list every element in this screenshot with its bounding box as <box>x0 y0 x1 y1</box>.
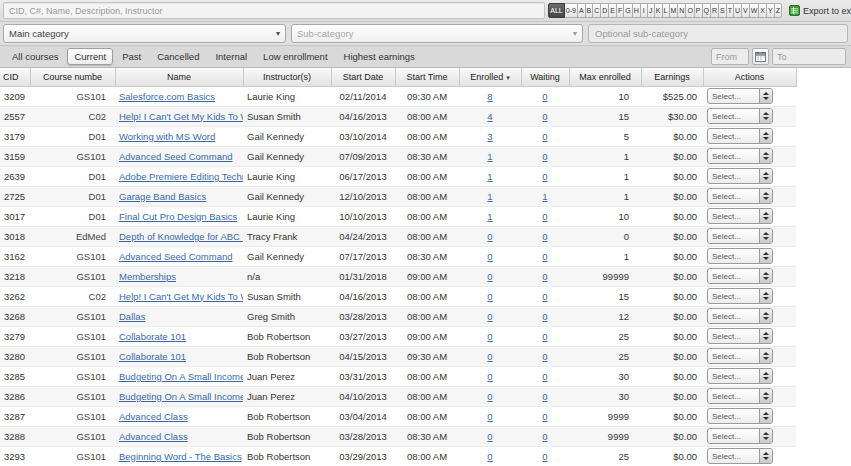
enrolled-count-link[interactable]: 0 <box>487 411 492 422</box>
action-select[interactable]: Select... <box>707 168 773 184</box>
waiting-count-link[interactable]: 0 <box>542 231 547 242</box>
action-select[interactable]: Select... <box>707 108 773 124</box>
course-name-link[interactable]: Beginning Word - The Basics <box>119 451 242 462</box>
course-name-link[interactable]: Working with MS Word <box>119 131 215 142</box>
enrolled-count-link[interactable]: 1 <box>487 191 492 202</box>
waiting-count-link[interactable]: 0 <box>542 331 547 342</box>
enrolled-count-link[interactable]: 1 <box>487 151 492 162</box>
waiting-count-link[interactable]: 0 <box>542 351 547 362</box>
course-name-link[interactable]: Collaborate 101 <box>119 351 186 362</box>
column-header-enrolled[interactable]: Enrolled▾ <box>459 68 521 86</box>
waiting-count-link[interactable]: 0 <box>542 411 547 422</box>
enrolled-count-link[interactable]: 0 <box>487 231 492 242</box>
action-select[interactable]: Select... <box>707 428 773 444</box>
enrolled-count-link[interactable]: 4 <box>487 111 492 122</box>
main-category-select[interactable]: Main category ▾ <box>3 24 286 43</box>
waiting-count-link[interactable]: 0 <box>542 151 547 162</box>
course-name-link[interactable]: Salesforce.com Basics <box>119 91 215 102</box>
action-select[interactable]: Select... <box>707 448 773 464</box>
enrolled-count-link[interactable]: 8 <box>487 91 492 102</box>
column-header-course-number[interactable]: Course numbe <box>30 68 115 86</box>
enrolled-count-link[interactable]: 0 <box>487 331 492 342</box>
waiting-count-link[interactable]: 0 <box>542 291 547 302</box>
tab-past[interactable]: Past <box>115 48 148 65</box>
waiting-count-link[interactable]: 0 <box>542 251 547 262</box>
calendar-icon[interactable] <box>752 48 769 65</box>
enrolled-count-link[interactable]: 0 <box>487 311 492 322</box>
enrolled-count-link[interactable]: 0 <box>487 291 492 302</box>
course-name-link[interactable]: Depth of Knowledge for ABC Company <box>119 231 243 242</box>
tab-all-courses[interactable]: All courses <box>5 48 65 65</box>
course-name-link[interactable]: Advanced Seed Command <box>119 151 233 162</box>
column-header-name[interactable]: Name <box>115 68 243 86</box>
waiting-count-link[interactable]: 0 <box>542 271 547 282</box>
tab-low-enrollment[interactable]: Low enrollment <box>256 48 334 65</box>
enrolled-count-link[interactable]: 1 <box>487 211 492 222</box>
enrolled-count-link[interactable]: 0 <box>487 431 492 442</box>
course-name-link[interactable]: Garage Band Basics <box>119 191 206 202</box>
optional-sub-category-input[interactable] <box>588 24 848 43</box>
action-select[interactable]: Select... <box>707 328 773 344</box>
tab-cancelled[interactable]: Cancelled <box>150 48 206 65</box>
waiting-count-link[interactable]: 0 <box>542 371 547 382</box>
waiting-count-link[interactable]: 0 <box>542 431 547 442</box>
action-select[interactable]: Select... <box>707 188 773 204</box>
waiting-count-link[interactable]: 0 <box>542 91 547 102</box>
enrolled-count-link[interactable]: 0 <box>487 271 492 282</box>
waiting-count-link[interactable]: 0 <box>542 311 547 322</box>
waiting-count-link[interactable]: 0 <box>542 111 547 122</box>
course-name-link[interactable]: Advanced Class <box>119 411 188 422</box>
course-name-link[interactable]: Final Cut Pro Design Basics <box>119 211 237 222</box>
course-name-link[interactable]: Adobe Premiere Editing Techniques <box>119 171 243 182</box>
tab-highest-earnings[interactable]: Highest earnings <box>337 48 422 65</box>
enrolled-count-link[interactable]: 0 <box>487 391 492 402</box>
action-select[interactable]: Select... <box>707 408 773 424</box>
action-select[interactable]: Select... <box>707 288 773 304</box>
column-header-instructors[interactable]: Instructor(s) <box>243 68 331 86</box>
waiting-count-link[interactable]: 0 <box>542 451 547 462</box>
course-name-link[interactable]: Collaborate 101 <box>119 331 186 342</box>
to-date-input[interactable] <box>772 48 846 65</box>
action-select[interactable]: Select... <box>707 388 773 404</box>
search-input[interactable] <box>3 2 545 19</box>
course-name-link[interactable]: Advanced Class <box>119 431 188 442</box>
action-select[interactable]: Select... <box>707 368 773 384</box>
from-date-input[interactable] <box>711 48 749 65</box>
export-button[interactable]: Export to ex <box>785 5 851 16</box>
course-name-link[interactable]: Memberships <box>119 271 176 282</box>
enrolled-count-link[interactable]: 0 <box>487 371 492 382</box>
waiting-count-link[interactable]: 0 <box>542 131 547 142</box>
course-name-link[interactable]: Budgeting On A Small Income <box>119 371 243 382</box>
action-select[interactable]: Select... <box>707 208 773 224</box>
action-select[interactable]: Select... <box>707 348 773 364</box>
enrolled-count-link[interactable]: 0 <box>487 351 492 362</box>
column-header-max-enrolled[interactable]: Max enrolled <box>569 68 641 86</box>
action-select[interactable]: Select... <box>707 228 773 244</box>
enrolled-count-link[interactable]: 0 <box>487 451 492 462</box>
course-name-link[interactable]: Help! I Can't Get My Kids To Write! <box>119 111 243 122</box>
action-select[interactable]: Select... <box>707 88 773 104</box>
column-header-waiting[interactable]: Waiting <box>521 68 569 86</box>
column-header-start-date[interactable]: Start Date <box>331 68 395 86</box>
column-header-start-time[interactable]: Start Time <box>395 68 459 86</box>
course-name-link[interactable]: Advanced Seed Command <box>119 251 233 262</box>
alpha-filter-0-9[interactable]: 0-9 <box>564 3 578 18</box>
sub-category-select[interactable]: Sub-category ▾ <box>291 24 583 43</box>
action-select[interactable]: Select... <box>707 148 773 164</box>
tab-internal[interactable]: Internal <box>208 48 254 65</box>
enrolled-count-link[interactable]: 3 <box>487 131 492 142</box>
course-name-link[interactable]: Dallas <box>119 311 145 322</box>
column-header-earnings[interactable]: Earnings <box>641 68 703 86</box>
action-select[interactable]: Select... <box>707 128 773 144</box>
tab-current[interactable]: Current <box>67 48 113 65</box>
enrolled-count-link[interactable]: 1 <box>487 171 492 182</box>
course-name-link[interactable]: Help! I Can't Get My Kids To Write! <box>119 291 243 302</box>
enrolled-count-link[interactable]: 0 <box>487 251 492 262</box>
waiting-count-link[interactable]: 1 <box>542 191 547 202</box>
waiting-count-link[interactable]: 0 <box>542 171 547 182</box>
column-header-cid[interactable]: CID <box>0 68 30 86</box>
action-select[interactable]: Select... <box>707 308 773 324</box>
course-name-link[interactable]: Budgeting On A Small Income <box>119 391 243 402</box>
waiting-count-link[interactable]: 0 <box>542 391 547 402</box>
alpha-filter-z[interactable]: Z <box>774 3 782 18</box>
